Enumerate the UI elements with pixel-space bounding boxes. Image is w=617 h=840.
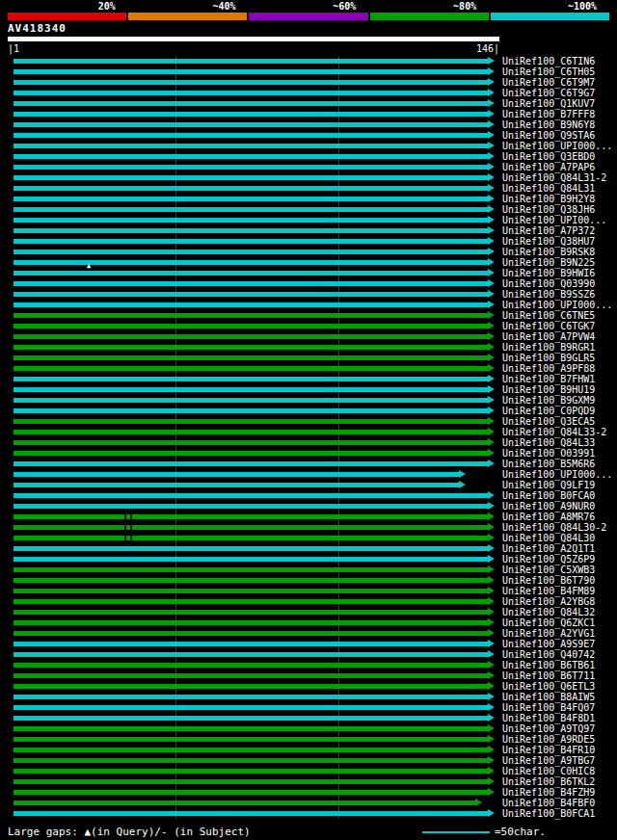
- hit-label[interactable]: UniRef100_B9H2Y8: [502, 194, 595, 204]
- hit-label[interactable]: UniRef100_B9RSK8: [502, 247, 595, 257]
- hit-label[interactable]: UniRef100_B4FQ07: [502, 702, 595, 713]
- hsp-bar[interactable]: [13, 419, 488, 424]
- hsp-bar[interactable]: [13, 122, 488, 127]
- hit-label[interactable]: UniRef100_B9SSZ6: [502, 289, 595, 300]
- hsp-bar[interactable]: [13, 101, 488, 106]
- hit-label[interactable]: UniRef100_C6TNE5: [502, 310, 595, 321]
- hsp-bar[interactable]: [13, 758, 488, 763]
- hsp-bar[interactable]: [13, 165, 488, 170]
- hit-label[interactable]: UniRef100_Q03990: [502, 278, 595, 289]
- hsp-bar[interactable]: [13, 334, 488, 339]
- hsp-bar[interactable]: [13, 154, 488, 159]
- hit-label[interactable]: UniRef100_B7FHW1: [502, 374, 595, 384]
- hit-label[interactable]: UniRef100_O03991: [502, 448, 595, 459]
- hsp-bar[interactable]: [13, 726, 488, 731]
- hsp-bar[interactable]: [13, 186, 488, 191]
- hit-label[interactable]: UniRef100_C0PQD9: [502, 406, 595, 416]
- hsp-bar[interactable]: [13, 80, 488, 85]
- hit-label[interactable]: UniRef100_A7P372: [502, 225, 595, 236]
- hit-label[interactable]: UniRef100_Q9LF19: [502, 480, 595, 490]
- hsp-bar[interactable]: [13, 302, 488, 307]
- hit-label[interactable]: UniRef100_A9PF88: [502, 363, 595, 374]
- hsp-bar[interactable]: [13, 112, 488, 117]
- hit-label[interactable]: UniRef100_B4FM89: [502, 586, 595, 596]
- hsp-bar[interactable]: [13, 610, 488, 615]
- hit-label[interactable]: UniRef100_B0FCA0: [502, 490, 595, 501]
- hit-label[interactable]: UniRef100_B9HWI6: [502, 268, 595, 278]
- hit-label[interactable]: UniRef100_B6T711: [502, 670, 595, 681]
- hit-label[interactable]: UniRef100_Q5Z6P9: [502, 554, 595, 564]
- hit-label[interactable]: UniRef100_B4F8D1: [502, 713, 595, 723]
- hit-label[interactable]: UniRef100_A2YVG1: [502, 628, 595, 639]
- hsp-bar[interactable]: [13, 567, 488, 572]
- hit-label[interactable]: UniRef100_B9N6Y8: [502, 119, 595, 130]
- hsp-bar[interactable]: [13, 737, 488, 742]
- hit-label[interactable]: UniRef100_Q40742: [502, 649, 595, 660]
- hit-label[interactable]: UniRef100_B0FCA1: [502, 808, 595, 819]
- hit-label[interactable]: UniRef100_B5M6R6: [502, 459, 595, 469]
- hsp-bar[interactable]: [13, 408, 488, 413]
- hsp-bar[interactable]: [13, 695, 488, 699]
- hit-label[interactable]: UniRef100_Q38HU7: [502, 236, 595, 247]
- hsp-bar[interactable]: [13, 684, 488, 689]
- hsp-bar[interactable]: [13, 801, 475, 805]
- hit-label[interactable]: UniRef100_Q3ECA5: [502, 416, 595, 427]
- hit-label[interactable]: UniRef100_Q84L33: [502, 437, 595, 448]
- hsp-bar[interactable]: [13, 430, 488, 434]
- hsp-bar[interactable]: [13, 536, 488, 540]
- hit-label[interactable]: UniRef100_A9S9E7: [502, 639, 595, 649]
- hsp-bar[interactable]: [13, 239, 488, 244]
- hsp-bar[interactable]: [13, 705, 488, 710]
- hit-label[interactable]: UniRef100_A7PAP6: [502, 162, 595, 172]
- hsp-bar[interactable]: [13, 345, 488, 350]
- hsp-bar[interactable]: [13, 779, 488, 784]
- hsp-bar[interactable]: [13, 483, 459, 487]
- hit-label[interactable]: UniRef100_Q84L31: [502, 183, 595, 194]
- hsp-bar[interactable]: [13, 218, 488, 223]
- hit-label[interactable]: UniRef100_C6TIN6: [502, 56, 595, 66]
- hsp-bar[interactable]: [13, 673, 488, 678]
- hit-label[interactable]: UniRef100_A9TQ97: [502, 723, 595, 734]
- hsp-bar[interactable]: [13, 440, 488, 445]
- hit-label[interactable]: UniRef100_B7FFF8: [502, 109, 595, 119]
- hit-label[interactable]: UniRef100_B8AIW5: [502, 692, 595, 702]
- hsp-bar[interactable]: [13, 514, 488, 519]
- hsp-bar[interactable]: [13, 663, 488, 668]
- hsp-bar[interactable]: [13, 197, 488, 201]
- hsp-bar[interactable]: [13, 748, 488, 752]
- hsp-bar[interactable]: [13, 493, 488, 498]
- hsp-bar[interactable]: [13, 69, 488, 74]
- hit-label[interactable]: UniRef100_B6T790: [502, 575, 595, 586]
- hsp-bar[interactable]: [13, 398, 488, 403]
- hit-label[interactable]: UniRef100_B9RGR1: [502, 342, 595, 353]
- hit-label[interactable]: UniRef100_B6TKL2: [502, 776, 595, 787]
- hit-label[interactable]: UniRef100_B9N225: [502, 257, 595, 268]
- hit-label[interactable]: UniRef100_C6TH05: [502, 66, 595, 77]
- hsp-bar[interactable]: [13, 366, 488, 371]
- hsp-bar[interactable]: [13, 133, 488, 138]
- hit-label[interactable]: UniRef100_C6T9M7: [502, 77, 595, 88]
- hsp-bar[interactable]: [13, 228, 488, 233]
- hit-label[interactable]: UniRef100_B9GLR5: [502, 353, 595, 363]
- hsp-bar[interactable]: [13, 91, 488, 95]
- hsp-bar[interactable]: [13, 578, 488, 583]
- hsp-bar[interactable]: [13, 811, 488, 816]
- hsp-bar[interactable]: [13, 249, 488, 254]
- hit-label[interactable]: UniRef100_UPI00...: [502, 215, 606, 225]
- hsp-bar[interactable]: [13, 271, 488, 276]
- hit-label[interactable]: UniRef100_Q1KUV7: [502, 98, 595, 109]
- hit-label[interactable]: UniRef100_A9RDE5: [502, 734, 595, 745]
- hit-label[interactable]: UniRef100_A7PVW4: [502, 331, 595, 342]
- hit-label[interactable]: UniRef100_B4FBF0: [502, 798, 595, 808]
- hsp-bar[interactable]: [13, 387, 488, 392]
- hsp-bar[interactable]: [13, 716, 488, 721]
- hit-label[interactable]: UniRef100_Q84L32: [502, 607, 595, 617]
- hit-label[interactable]: UniRef100_UPI000...: [502, 469, 612, 480]
- hsp-bar[interactable]: [13, 525, 488, 530]
- hsp-bar[interactable]: [13, 461, 488, 466]
- hit-label[interactable]: UniRef100_Q84L33-2: [502, 427, 606, 437]
- hit-label[interactable]: UniRef100_UPI000...: [502, 300, 612, 310]
- hsp-bar[interactable]: [13, 599, 488, 604]
- hit-label[interactable]: UniRef100_Q84L31-2: [502, 172, 606, 183]
- hsp-bar[interactable]: [13, 207, 488, 212]
